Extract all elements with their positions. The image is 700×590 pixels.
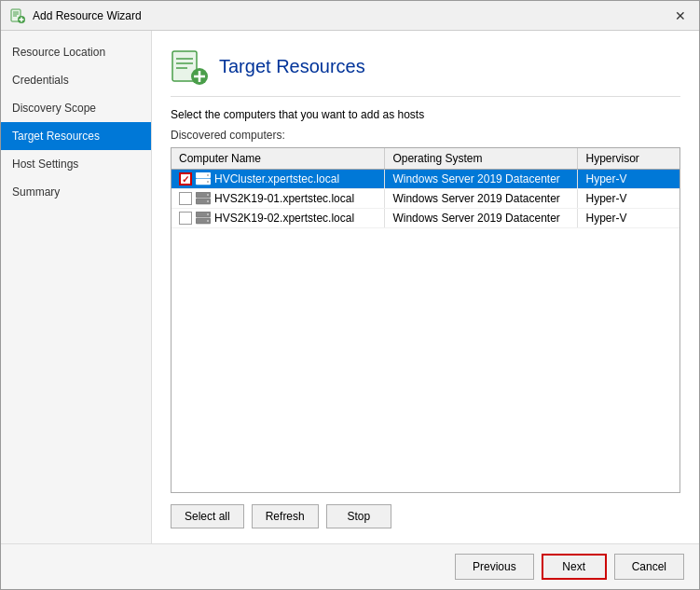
column-header-hypervisor: Hypervisor <box>578 148 679 170</box>
action-buttons: Select all Refresh Stop <box>171 504 680 528</box>
sidebar-item-host-settings[interactable]: Host Settings <box>1 150 151 178</box>
row-2-os: Windows Server 2019 Datacenter <box>385 189 578 209</box>
column-header-operating-system: Operating System <box>385 148 578 170</box>
refresh-button[interactable]: Refresh <box>252 504 319 528</box>
panel-title: Target Resources <box>219 56 365 77</box>
close-button[interactable]: ✕ <box>671 7 690 25</box>
row-2-hypervisor: Hyper-V <box>578 189 679 209</box>
header-title-block: Target Resources <box>219 56 365 77</box>
row-1-os: Windows Server 2019 Datacenter <box>385 170 578 189</box>
server-icon <box>196 212 211 225</box>
table-row[interactable]: ✓ HVCluster.xpertstec.local <box>172 170 679 189</box>
select-all-button[interactable]: Select all <box>171 504 244 528</box>
svg-point-16 <box>207 174 209 176</box>
sidebar-item-credentials[interactable]: Credentials <box>1 66 151 94</box>
svg-point-17 <box>207 181 209 183</box>
sidebar: Resource Location Credentials Discovery … <box>1 31 152 543</box>
table-row[interactable]: HVS2K19-02.xpertstec.local Windows Serve… <box>172 209 679 228</box>
server-icon <box>196 192 211 205</box>
cancel-button[interactable]: Cancel <box>614 554 684 580</box>
sidebar-item-discovery-scope[interactable]: Discovery Scope <box>1 94 151 122</box>
svg-point-20 <box>207 194 209 196</box>
wizard-window: Add Resource Wizard ✕ Resource Location … <box>0 0 700 590</box>
bottom-bar: Previous Next Cancel <box>1 543 699 589</box>
computer-name-cell: HVS2K19-02.xpertstec.local <box>172 209 385 228</box>
row-1-hypervisor: Hyper-V <box>578 170 679 189</box>
table-container: Computer Name Operating System Hyperviso… <box>171 147 680 493</box>
content-area: Resource Location Credentials Discovery … <box>1 31 699 543</box>
sidebar-item-summary[interactable]: Summary <box>1 178 151 206</box>
wizard-title-icon <box>10 8 25 23</box>
row-3-hypervisor: Hyper-V <box>578 209 679 228</box>
row-2-computer-name: HVS2K19-01.xpertstec.local <box>214 192 354 205</box>
previous-button[interactable]: Previous <box>455 554 534 580</box>
title-bar-text: Add Resource Wizard <box>33 9 142 22</box>
main-panel: Target Resources Select the computers th… <box>152 31 699 543</box>
column-header-computer-name: Computer Name <box>172 148 385 170</box>
title-bar-left: Add Resource Wizard <box>10 8 142 23</box>
row-1-computer-name: HVCluster.xpertstec.local <box>214 172 339 185</box>
checkbox-icon[interactable] <box>179 212 192 225</box>
panel-subtitle: Select the computers that you want to ad… <box>171 108 680 121</box>
computers-table: Computer Name Operating System Hyperviso… <box>172 148 679 228</box>
svg-point-25 <box>207 220 209 222</box>
svg-point-21 <box>207 200 209 202</box>
stop-button[interactable]: Stop <box>326 504 391 528</box>
sidebar-item-resource-location[interactable]: Resource Location <box>1 38 151 66</box>
panel-icon <box>171 48 208 85</box>
sidebar-item-target-resources[interactable]: Target Resources <box>1 122 151 150</box>
computer-name-cell: HVS2K19-01.xpertstec.local <box>172 189 385 209</box>
table-row[interactable]: HVS2K19-01.xpertstec.local Windows Serve… <box>172 189 679 209</box>
row-3-os: Windows Server 2019 Datacenter <box>385 209 578 228</box>
title-bar: Add Resource Wizard ✕ <box>1 1 699 31</box>
svg-point-24 <box>207 213 209 215</box>
computer-name-cell: ✓ HVCluster.xpertstec.local <box>172 170 385 189</box>
checkbox-icon[interactable] <box>179 192 192 205</box>
discovered-label: Discovered computers: <box>171 129 680 142</box>
checkbox-icon[interactable]: ✓ <box>179 172 192 185</box>
table-header-row: Computer Name Operating System Hyperviso… <box>172 148 679 170</box>
next-button[interactable]: Next <box>542 554 607 580</box>
server-icon <box>196 172 211 185</box>
row-3-computer-name: HVS2K19-02.xpertstec.local <box>214 212 354 225</box>
panel-header: Target Resources <box>171 48 680 97</box>
